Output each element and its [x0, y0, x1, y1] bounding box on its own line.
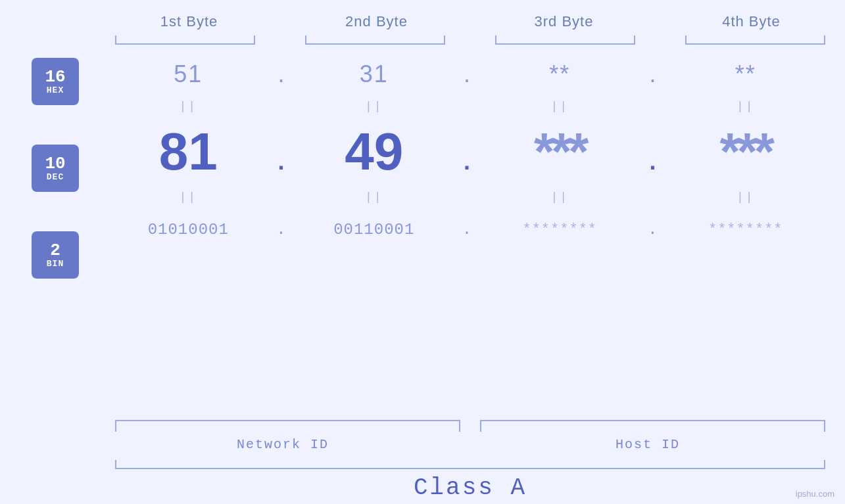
watermark: ipshu.com: [796, 489, 834, 499]
dec-b3-cell: ***: [480, 126, 640, 178]
hex-dot2: .: [454, 60, 480, 88]
bin-b3-value: ********: [522, 221, 597, 238]
hex-b1-cell: 51: [109, 60, 268, 88]
dec-b1-cell: 81: [109, 126, 268, 178]
bin-dot1: .: [268, 221, 295, 239]
bracket-gap: [460, 420, 480, 432]
dec-dot2: .: [454, 128, 480, 175]
byte2-header: 2nd Byte: [283, 13, 470, 30]
hex-b2-value: 31: [360, 60, 389, 88]
bin-b3-cell: ********: [480, 221, 640, 238]
base-badges: 16 HEX 10 DEC 2 BIN: [0, 51, 95, 279]
bracket-b3: [495, 33, 635, 45]
hex-badge-label: HEX: [47, 85, 64, 95]
hex-b1-value: 51: [174, 60, 203, 88]
full-bracket: [115, 457, 825, 469]
byte-headers: 1st Byte 2nd Byte 3rd Byte 4th Byte: [0, 13, 845, 30]
bottom-section: Network ID Host ID Class A: [0, 420, 845, 504]
host-id-label: Host ID: [470, 437, 845, 452]
hex-b2-cell: 31: [295, 60, 454, 88]
bin-b4-cell: ********: [666, 221, 826, 238]
hex-b3-cell: **: [480, 60, 640, 88]
dec-b4-cell: ***: [666, 126, 826, 178]
dec-b2-cell: 49: [295, 126, 454, 178]
bin-row: 01010001 . 00110001 . ******** .: [95, 206, 838, 252]
bracket-b4: [685, 33, 825, 45]
hex-b3-value: **: [549, 60, 570, 88]
top-bracket-row: [0, 33, 845, 45]
rows-area: 51 . 31 . ** . **: [95, 51, 845, 252]
byte1-header: 1st Byte: [95, 13, 283, 30]
bin-b4-value: ********: [708, 221, 783, 238]
dec-b4-value: ***: [720, 126, 771, 178]
dec-b1-value: 81: [159, 126, 218, 178]
hex-dot1: .: [268, 60, 295, 88]
bin-dot2: .: [454, 221, 480, 239]
network-id-bracket: [115, 420, 460, 432]
hex-b4-value: **: [735, 60, 756, 88]
bin-b1-value: 01010001: [148, 221, 229, 239]
network-id-label: Network ID: [95, 437, 470, 452]
dec-b2-value: 49: [345, 126, 403, 178]
byte4-header: 4th Byte: [658, 13, 845, 30]
hex-badge-number: 16: [45, 68, 65, 85]
hex-b4-cell: **: [666, 60, 826, 88]
bin-badge: 2 BIN: [32, 231, 79, 279]
bin-badge-label: BIN: [47, 259, 64, 269]
hex-row: 51 . 31 . ** . **: [95, 51, 838, 97]
content-area: 16 HEX 10 DEC 2 BIN 51 .: [0, 51, 845, 417]
id-labels: Network ID Host ID: [95, 432, 845, 452]
sep-row-1: || || || ||: [95, 97, 838, 116]
bin-b2-cell: 00110001: [295, 221, 454, 239]
hex-badge: 16 HEX: [32, 58, 79, 105]
dec-b3-value: ***: [534, 126, 585, 178]
dec-row: 81 . 49 . *** . ***: [95, 116, 838, 188]
host-id-bracket: [480, 420, 825, 432]
class-label: Class A: [95, 469, 845, 504]
dec-badge: 10 DEC: [32, 145, 79, 192]
bin-b1-cell: 01010001: [109, 221, 268, 239]
bin-badge-number: 2: [50, 242, 60, 259]
bin-b2-value: 00110001: [333, 221, 414, 239]
main-container: 1st Byte 2nd Byte 3rd Byte 4th Byte 16 H…: [0, 0, 845, 504]
sep-row-2: || || || ||: [95, 188, 838, 206]
dec-dot3: .: [640, 128, 666, 175]
bottom-brackets: [115, 420, 825, 432]
hex-dot3: .: [640, 60, 666, 88]
byte3-header: 3rd Byte: [470, 13, 658, 30]
bracket-b2: [305, 33, 445, 45]
dec-badge-number: 10: [45, 155, 65, 172]
dec-dot1: .: [268, 128, 295, 175]
bracket-b1: [115, 33, 255, 45]
dec-badge-label: DEC: [47, 172, 64, 182]
bin-dot3: .: [640, 221, 666, 239]
